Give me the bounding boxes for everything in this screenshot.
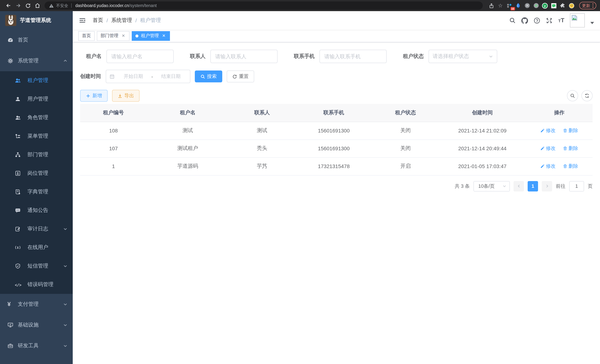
dict-icon <box>15 189 21 195</box>
update-button[interactable]: 更新 <box>579 2 596 9</box>
app-title: 芋道管理系统 <box>20 17 51 24</box>
chevron-down-icon <box>489 54 493 59</box>
cell-tenant-name: 测试 <box>147 122 229 140</box>
reload-icon[interactable] <box>23 1 33 10</box>
col-tenant-id: 租户编号 <box>80 104 147 122</box>
sidebar-item-online-user[interactable]: 在线用户 <box>0 238 73 257</box>
font-size-icon[interactable]: TT <box>558 17 564 24</box>
extension-dot-icon[interactable] <box>532 1 540 10</box>
date-range-input[interactable]: 开始日期 - 结束日期 <box>106 70 190 83</box>
delete-button[interactable]: 删除 <box>563 145 578 152</box>
app-logo[interactable]: 芋道管理系统 <box>0 11 73 30</box>
table-header-row: 租户编号 租户名 联系人 联系手机 租户状态 创建时间 操作 <box>80 104 593 122</box>
sidebar-item-post[interactable]: 岗位管理 <box>0 164 73 183</box>
tab-home[interactable]: 首页 <box>78 31 95 41</box>
refresh-button[interactable] <box>581 90 593 101</box>
edit-button[interactable]: 修改 <box>540 127 556 134</box>
sidebar-item-menu[interactable]: 菜单管理 <box>0 127 73 145</box>
tenant-name-input[interactable] <box>106 50 174 63</box>
tab-dept[interactable]: 部门管理✕ <box>97 31 130 41</box>
address-bar[interactable]: 不安全 dashboard.yudao.iocoder.cn/system/te… <box>45 1 483 10</box>
sidebar-item-infrastructure[interactable]: 基础设施 <box>0 315 73 336</box>
github-icon[interactable] <box>522 17 528 24</box>
sidebar-item-tenant[interactable]: 租户管理 <box>0 71 73 90</box>
prev-page-button[interactable] <box>514 181 524 191</box>
table-toolbar: 新增 导出 <box>80 90 593 102</box>
status-select[interactable]: 请选择租户状态 <box>429 50 497 63</box>
chevron-left-icon <box>517 184 521 188</box>
export-button-label: 导出 <box>124 92 134 99</box>
security-label: 不安全 <box>56 3 68 8</box>
table-row: 1 芋道源码 芋艿 17321315478 开启 2021-01-05 17:0… <box>80 157 593 175</box>
sidebar-item-dict[interactable]: 字典管理 <box>0 183 73 201</box>
export-button[interactable]: 导出 <box>112 90 140 102</box>
search-button[interactable]: 搜索 <box>195 71 222 82</box>
extension-yudao-icon[interactable]: y <box>540 1 549 10</box>
forward-icon[interactable] <box>13 1 23 10</box>
help-icon[interactable] <box>534 17 540 24</box>
close-icon[interactable]: ✕ <box>161 33 166 38</box>
add-button[interactable]: 新增 <box>80 90 108 102</box>
page-number-1[interactable]: 1 <box>528 181 538 191</box>
share-icon[interactable] <box>487 1 496 10</box>
sidebar-item-label: 角色管理 <box>28 114 67 121</box>
tab-tenant[interactable]: 租户管理✕ <box>132 31 170 41</box>
sidebar-item-devtools[interactable]: 研发工具 <box>0 336 73 356</box>
contact-input[interactable] <box>210 50 278 63</box>
sidebar-item-error-code[interactable]: </> 错误码管理 <box>0 275 73 294</box>
mobile-input[interactable] <box>319 50 387 63</box>
next-page-button[interactable] <box>542 181 552 191</box>
sidebar-item-label: 部门管理 <box>28 151 67 158</box>
chevron-down-icon <box>63 227 67 231</box>
fullscreen-icon[interactable] <box>546 17 553 24</box>
bookmark-star-icon[interactable]: ☆ <box>496 1 505 10</box>
back-icon[interactable] <box>4 1 13 10</box>
breadcrumb-current: 租户管理 <box>140 17 161 24</box>
main-area: 首页 / 系统管理 / 租户管理 TT <box>73 11 600 364</box>
edit-button[interactable]: 修改 <box>540 145 556 152</box>
profile-avatar-icon[interactable] <box>567 1 576 10</box>
toggle-search-button[interactable] <box>567 90 578 101</box>
user-icon <box>15 96 21 102</box>
sidebar-item-audit-log[interactable]: 审计日志 <box>0 220 73 238</box>
sidebar-item-label: 字典管理 <box>28 188 67 195</box>
sidebar-item-user[interactable]: 用户管理 <box>0 90 73 108</box>
sidebar-item-system[interactable]: 系统管理 <box>0 50 73 71</box>
breadcrumb-system[interactable]: 系统管理 <box>111 17 132 24</box>
sidebar-item-payment[interactable]: ¥ 支付管理 <box>0 294 73 315</box>
page-size-value: 10条/页 <box>478 183 502 189</box>
edit-button[interactable]: 修改 <box>540 163 556 169</box>
start-date-placeholder: 开始日期 <box>118 73 149 80</box>
hamburger-icon[interactable] <box>79 17 86 24</box>
delete-button[interactable]: 删除 <box>563 127 578 134</box>
reset-button[interactable]: 重置 <box>227 71 254 82</box>
sidebar-item-role[interactable]: 角色管理 <box>0 108 73 127</box>
svg-text:y: y <box>544 4 546 7</box>
sidebar-item-home[interactable]: 首页 <box>0 30 73 50</box>
search-icon[interactable] <box>509 17 516 24</box>
extension-grid-icon[interactable]: 10 <box>505 1 514 10</box>
goto-page-input[interactable] <box>569 181 584 191</box>
extension-kite-icon[interactable] <box>514 1 523 10</box>
extension-chat-icon[interactable] <box>549 1 558 10</box>
sidebar-item-dept[interactable]: 部门管理 <box>0 145 73 164</box>
filter-tenant-name: 租户名 <box>80 50 174 63</box>
page-size-select[interactable]: 10条/页 <box>473 181 510 191</box>
avatar[interactable] <box>570 13 585 28</box>
extensions-puzzle-icon[interactable] <box>558 1 567 10</box>
chevron-down-icon[interactable] <box>590 22 594 24</box>
status-placeholder: 请选择租户状态 <box>433 53 489 60</box>
browser-menu-icon[interactable] <box>592 3 593 8</box>
search-button-label: 搜索 <box>207 73 217 80</box>
menu-tree-icon <box>15 133 21 139</box>
breadcrumb-home[interactable]: 首页 <box>93 17 103 24</box>
sidebar-item-notice[interactable]: 通知公告 <box>0 201 73 220</box>
delete-label: 删除 <box>568 127 578 134</box>
extension-command-icon[interactable]: ⌘ <box>523 1 532 10</box>
sidebar-item-sms[interactable]: 短信管理 <box>0 257 73 275</box>
delete-button[interactable]: 删除 <box>563 163 578 169</box>
pagination: 共 3 条 10条/页 1 前往 页 <box>80 181 593 191</box>
home-icon[interactable] <box>33 1 42 10</box>
col-created: 创建时间 <box>439 104 526 122</box>
close-icon[interactable]: ✕ <box>121 33 126 38</box>
